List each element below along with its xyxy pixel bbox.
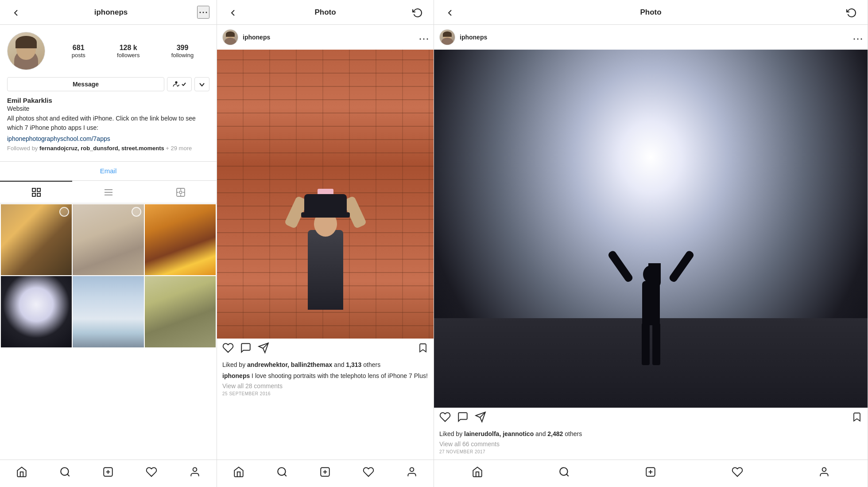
share-button-2[interactable] [475, 411, 486, 426]
like-button-1[interactable] [222, 342, 234, 357]
nav-activity-button[interactable] [140, 464, 163, 483]
grid-photo-1[interactable] [1, 204, 72, 275]
nav-home-button[interactable] [11, 464, 33, 483]
liked-by-prefix-2: Liked by [439, 430, 464, 437]
nav-search-button-3[interactable] [553, 464, 575, 483]
nav-add-button[interactable] [97, 464, 119, 483]
svg-point-32 [410, 468, 414, 471]
post-more-1[interactable] [419, 33, 428, 42]
profile-top-row: 681 posts 128 k followers 399 following [7, 32, 209, 70]
svg-point-16 [61, 468, 68, 475]
avatar-hair [16, 36, 37, 48]
svg-point-43 [822, 468, 826, 471]
nav-profile-button-3[interactable] [813, 464, 835, 483]
likes-count-1: 1,313 [346, 361, 361, 368]
nav-profile-button-2[interactable] [401, 464, 423, 483]
back-button[interactable] [7, 4, 25, 19]
posts-count: 681 [73, 44, 85, 52]
nav-activity-button-3[interactable] [726, 464, 748, 483]
post-photo-1[interactable] [217, 50, 434, 339]
post-more-2[interactable] [853, 33, 862, 42]
select-indicator [59, 207, 69, 217]
refresh-button-1[interactable] [409, 4, 426, 19]
avatar [7, 32, 45, 70]
tab-tagged[interactable] [144, 181, 217, 203]
likes-text-2: Liked by lainerudolfa, jeannotico and 2,… [434, 429, 868, 440]
message-button[interactable]: Message [7, 77, 164, 91]
grid-photo-4[interactable] [1, 276, 72, 347]
action-buttons-row: Message [7, 77, 209, 91]
view-comments-1[interactable]: View all 28 comments [217, 382, 434, 391]
nav-add-button-3[interactable] [639, 464, 662, 483]
nav-search-button-2[interactable] [271, 464, 293, 483]
post-username-2[interactable]: iphoneps [460, 34, 849, 41]
profile-bio: All photos shot and edited with iPhone. … [7, 114, 209, 132]
grid-photo-5[interactable] [73, 276, 143, 347]
email-button[interactable]: Email [100, 167, 117, 175]
share-button-1[interactable] [258, 342, 269, 357]
nav-add-button-2[interactable] [314, 464, 336, 483]
following-stat[interactable]: 399 following [171, 44, 194, 58]
more-options-button[interactable] [197, 6, 209, 19]
profile-name: Emil Pakarklis [7, 97, 209, 104]
nav-activity-button-2[interactable] [357, 464, 380, 483]
svg-point-38 [560, 468, 567, 475]
tab-list[interactable] [72, 181, 144, 203]
profile-link[interactable]: iphonephotographyschool.com/7apps [7, 135, 209, 142]
svg-point-35 [861, 38, 862, 39]
photo-panel-1: Photo iphoneps [217, 0, 434, 487]
followed-by-users: fernandojcruz, rob_dunsford, street.mome… [39, 145, 164, 152]
back-button-3[interactable] [441, 4, 459, 19]
profile-username: iphoneps [94, 8, 128, 17]
profile-content: 681 posts 128 k followers 399 following … [0, 25, 217, 460]
post-username-1[interactable]: iphoneps [243, 34, 415, 41]
view-comments-2[interactable]: View all 66 comments [434, 440, 868, 449]
refresh-button-2[interactable] [843, 4, 860, 19]
liked-others-1: others [361, 361, 380, 368]
liked-by-and-2: and [534, 430, 547, 437]
svg-point-23 [423, 38, 425, 39]
followers-label: followers [117, 52, 140, 58]
like-button-2[interactable] [439, 411, 451, 426]
nav-profile-button[interactable] [184, 464, 206, 483]
nav-home-button-2[interactable] [228, 464, 250, 483]
comment-button-1[interactable] [240, 342, 252, 357]
svg-point-0 [200, 12, 201, 13]
caption-username-1[interactable]: iphoneps [222, 372, 250, 379]
bookmark-button-1[interactable] [418, 342, 428, 357]
followers-count: 128 k [120, 44, 137, 52]
liked-by-and-1: and [332, 361, 346, 368]
svg-point-11 [179, 191, 182, 194]
grid-photo-3[interactable] [145, 204, 216, 275]
post-date-2: 27 November 2017 [434, 449, 868, 460]
following-count: 399 [177, 44, 189, 52]
following-check-button[interactable] [167, 77, 192, 91]
bookmark-button-2[interactable] [852, 411, 862, 426]
svg-rect-6 [37, 193, 40, 196]
svg-line-28 [284, 474, 287, 476]
post-avatar-body-2 [442, 38, 453, 45]
photo-header-title-2: Photo [640, 8, 661, 17]
svg-point-27 [278, 468, 285, 475]
photo-detail-content-1: iphoneps [217, 25, 434, 460]
caption-body-1: I love shooting portraits with the telep… [250, 372, 428, 379]
likes-text-1: Liked by andrewhektor, ballin2themax and… [217, 360, 434, 371]
back-button-2[interactable] [224, 4, 242, 19]
post-photo-2[interactable] [434, 50, 868, 408]
caption-1: iphoneps I love shooting portraits with … [217, 371, 434, 382]
nav-home-button-3[interactable] [466, 464, 488, 483]
post-avatar-hair [226, 31, 235, 37]
svg-line-17 [67, 474, 70, 476]
photo-header-1: Photo [217, 0, 434, 25]
liked-by-users-1: andrewhektor, ballin2themax [247, 361, 332, 368]
profile-info: 681 posts 128 k followers 399 following … [0, 25, 217, 161]
tab-grid[interactable] [0, 181, 72, 203]
grid-photo-6[interactable] [145, 276, 216, 347]
bottom-navigation-3 [434, 460, 868, 487]
followers-stat[interactable]: 128 k followers [117, 44, 140, 58]
comment-button-2[interactable] [457, 411, 469, 426]
profile-website: Website [7, 105, 209, 112]
grid-photo-2[interactable] [73, 204, 143, 275]
nav-search-button[interactable] [54, 464, 76, 483]
dropdown-button[interactable] [194, 77, 209, 91]
